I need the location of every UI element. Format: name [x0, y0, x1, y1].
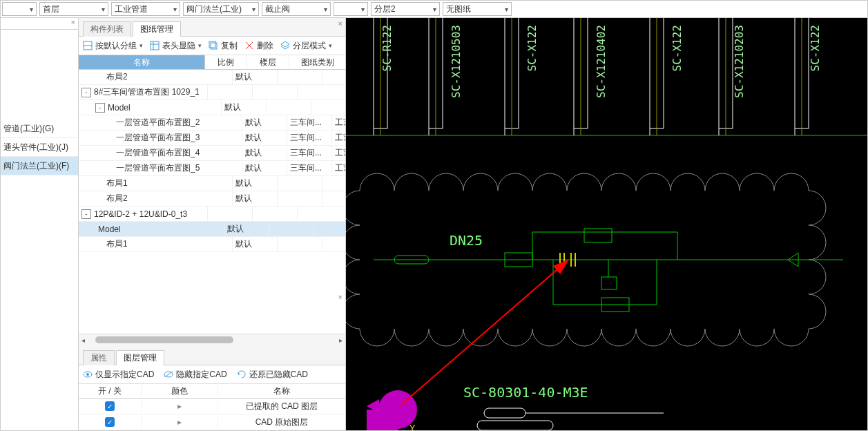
dropdown-drawing[interactable]: 无图纸▾: [443, 2, 512, 16]
tree-cell-cat: 工艺管道_2: [332, 161, 345, 175]
tree-cell-scale: 默认: [222, 100, 267, 115]
expander-icon[interactable]: -: [81, 88, 91, 97]
checkbox[interactable]: ✓: [105, 417, 115, 427]
tree-cell-cat: 工艺管道_2: [332, 131, 345, 145]
tree-cell-scale: 默认: [242, 131, 287, 145]
cad-row[interactable]: ✓▸CAD 原始图层: [79, 414, 345, 430]
app-root: ▾ 首层▾ 工业管道▾ 阀门法兰(工业)▾ 截止阀▾ ▾ 分层2▾ 无图纸▾ ×…: [0, 0, 868, 431]
col-name[interactable]: 名称: [79, 55, 205, 69]
tree-cell-cat: [298, 85, 345, 99]
pipe-id-label: SC-80301-40-M3E: [463, 384, 588, 401]
col-floor[interactable]: 楼层: [247, 55, 289, 69]
dropdown-stop-valve[interactable]: 截止阀▾: [262, 2, 331, 16]
tree-body[interactable]: 布局2默认-8#三车间管道布置图 1029_1-Model默认一层管道平面布置图…: [79, 70, 345, 334]
dropdown-floor[interactable]: 首层▾: [39, 2, 108, 16]
tree-row[interactable]: 一层管道平面布置图_2默认三车间...工艺管道_2: [79, 115, 345, 131]
tree-cell-name: Model: [98, 224, 121, 234]
tree-row[interactable]: -12P&ID-2 + 12U&ID-0_t3: [79, 207, 345, 222]
compass-icon: Y: [367, 368, 429, 430]
dropdown-pipe[interactable]: 工业管道▾: [111, 2, 180, 16]
layermode-button[interactable]: 分层模式▾: [280, 40, 332, 52]
tree-cell-scale: 默认: [242, 161, 287, 175]
vertical-pipe-label: SC-X1210203: [733, 25, 746, 98]
scroll-left-icon[interactable]: ◂: [81, 336, 85, 344]
expander-icon[interactable]: -: [95, 103, 105, 113]
panel-close-icon[interactable]: ×: [338, 19, 343, 28]
color-expand-icon[interactable]: ▸: [142, 417, 218, 427]
cad-row-name: CAD 原始图层: [218, 416, 345, 428]
tree-cell-cat: [322, 237, 345, 251]
lower-close-icon[interactable]: ×: [338, 293, 343, 301]
layers-icon: [280, 41, 290, 50]
copy-icon: [209, 41, 218, 50]
sidebar-item-fitting[interactable]: 通头管件(工业)(J): [1, 138, 78, 157]
left-close-icon[interactable]: ×: [1, 18, 78, 30]
vertical-pipe-label: SC-X122: [525, 25, 539, 71]
cad-canvas[interactable]: SC-R122SC-X1210503SC-X122SC-X1210402SC-X…: [346, 18, 867, 430]
tree-cell-scale: 默认: [233, 176, 278, 191]
dropdown-valve-type[interactable]: 阀门法兰(工业)▾: [183, 2, 259, 16]
checkbox[interactable]: ✓: [105, 401, 115, 411]
tree-row[interactable]: 布局2默认: [79, 191, 345, 207]
tablehead-button[interactable]: 表头显隐▾: [150, 40, 202, 52]
tree-table: 名称 比例 楼层 图纸类别 布局2默认-8#三车间管道布置图 1029_1-Mo…: [79, 55, 345, 345]
tree-row[interactable]: 布局2默认: [79, 70, 345, 85]
delete-button[interactable]: 删除: [244, 40, 273, 52]
col-scale[interactable]: 比例: [205, 55, 247, 69]
tree-cell-cat: [314, 222, 345, 236]
horizontal-scrollbar[interactable]: ◂ ▸: [79, 334, 345, 345]
lower-tabs: 属性 图层管理: [79, 345, 345, 365]
cad-row[interactable]: ✓▸已提取的 CAD 图层: [79, 399, 345, 414]
color-expand-icon[interactable]: ▸: [142, 401, 218, 411]
cad-table-header: 开 / 关 颜色 名称: [79, 384, 345, 399]
expander-icon[interactable]: -: [81, 209, 91, 219]
scroll-thumb[interactable]: [95, 336, 233, 343]
vertical-pipe-label: SC-X1210402: [595, 25, 608, 98]
tab-layer-manage[interactable]: 图层管理: [116, 350, 164, 365]
scroll-right-icon[interactable]: ▸: [339, 336, 343, 344]
vertical-pipe-label: SC-X1210503: [450, 25, 463, 98]
sidebar-item-pipe[interactable]: 管道(工业)(G): [1, 119, 78, 138]
tree-cell-floor: [253, 207, 298, 221]
tree-row[interactable]: Model默认: [79, 222, 345, 237]
chevron-down-icon: ▾: [30, 6, 33, 13]
tree-row[interactable]: 一层管道平面布置图_5默认三车间...工艺管道_2: [79, 161, 345, 176]
cad-col-color[interactable]: 颜色: [142, 385, 218, 397]
tree-cell-name: 一层管道平面布置图_3: [116, 132, 200, 144]
tab-drawing-manage[interactable]: 图纸管理: [133, 21, 181, 37]
tree-row[interactable]: 布局1默认: [79, 237, 345, 252]
tree-cell-scale: 默认: [233, 237, 278, 251]
restore-icon: [237, 370, 247, 379]
svg-marker-9: [281, 41, 289, 47]
cad-row-name: 已提取的 CAD 图层: [218, 401, 345, 412]
show-only-cad-button[interactable]: 仅显示指定CAD: [83, 369, 154, 381]
cad-col-onoff[interactable]: 开 / 关: [79, 385, 142, 397]
cad-col-name[interactable]: 名称: [218, 385, 345, 397]
dropdown-0[interactable]: ▾: [2, 2, 37, 16]
tab-component-list[interactable]: 构件列表: [83, 21, 131, 37]
tab-properties[interactable]: 属性: [83, 350, 115, 365]
group-button[interactable]: 按默认分组▾: [83, 40, 143, 52]
tree-cell-name: 布局2: [106, 71, 128, 83]
col-cat[interactable]: 图纸类别: [289, 55, 345, 69]
chevron-down-icon: ▾: [505, 6, 508, 13]
tree-cell-cat: [322, 191, 345, 206]
copy-button[interactable]: 复制: [209, 40, 238, 52]
sidebar-item-valve-flange[interactable]: 阀门法兰(工业)(F): [1, 157, 78, 175]
vertical-pipe-label: SC-X122: [671, 25, 684, 71]
tree-cell-floor: [278, 191, 322, 206]
hide-cad-button[interactable]: 隐藏指定CAD: [164, 369, 226, 381]
tree-row[interactable]: -Model默认: [79, 100, 345, 115]
dropdown-layer[interactable]: 分层2▾: [371, 2, 440, 16]
tree-row[interactable]: 布局1默认: [79, 176, 345, 191]
main-area: × 管道(工业)(G) 通头管件(工业)(J) 阀门法兰(工业)(F) × 构件…: [1, 18, 867, 430]
tree-cell-floor: [278, 176, 322, 191]
restore-cad-button[interactable]: 还原已隐藏CAD: [237, 369, 308, 381]
dropdown-5[interactable]: ▾: [334, 2, 368, 16]
eye-off-icon: [164, 370, 173, 379]
tree-cell-floor: 三车间...: [287, 131, 332, 145]
tree-row[interactable]: -8#三车间管道布置图 1029_1: [79, 85, 345, 100]
tree-row[interactable]: 一层管道平面布置图_4默认三车间...工艺管道_2: [79, 146, 345, 161]
mid-toolbar: 按默认分组▾ 表头显隐▾ 复制 删除 分层模式▾: [79, 37, 345, 55]
tree-row[interactable]: 一层管道平面布置图_3默认三车间...工艺管道_2: [79, 131, 345, 146]
